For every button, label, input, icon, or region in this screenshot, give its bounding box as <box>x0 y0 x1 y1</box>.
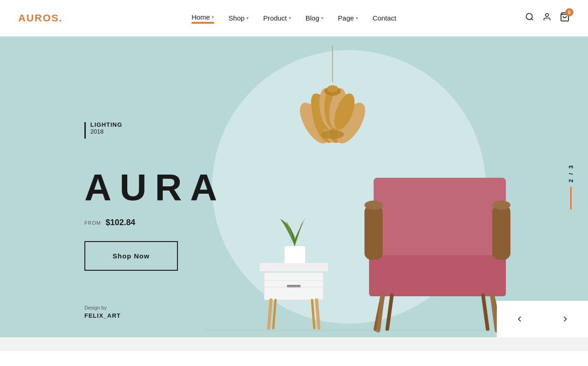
svg-line-1 <box>531 19 533 21</box>
svg-point-33 <box>364 201 383 210</box>
slide-counter: 2 / 3 <box>567 164 574 210</box>
svg-rect-30 <box>369 255 506 296</box>
chevron-down-icon: ▾ <box>321 15 323 21</box>
logo[interactable]: AUROS. <box>18 12 63 24</box>
nav-item-shop[interactable]: Shop ▾ <box>229 14 249 22</box>
hero-bottom: Design by FELIX_ART <box>84 305 121 319</box>
svg-point-18 <box>321 130 344 139</box>
counter-bar <box>570 187 572 210</box>
svg-point-34 <box>492 201 510 210</box>
search-icon[interactable] <box>525 12 534 24</box>
hero-price: $102.84 <box>105 218 135 227</box>
chevron-down-icon: ▾ <box>289 15 291 21</box>
navbar: AUROS. Home ▾ Shop ▾ Product ▾ Blog ▾ <box>0 0 588 36</box>
svg-line-40 <box>492 295 497 330</box>
svg-rect-19 <box>285 246 305 263</box>
cart-icon[interactable]: 0 <box>560 12 570 24</box>
svg-line-26 <box>317 300 319 328</box>
from-label: FROM <box>84 220 101 226</box>
svg-line-39 <box>378 295 383 330</box>
slide-current: 2 / 3 <box>567 164 574 182</box>
svg-line-37 <box>387 295 392 329</box>
svg-rect-31 <box>364 205 383 260</box>
category-bar <box>84 122 86 139</box>
nav-icons: 0 <box>525 12 570 24</box>
chevron-down-icon: ▾ <box>212 15 214 20</box>
logo-text: AUROS <box>18 12 59 24</box>
chevron-down-icon: ▾ <box>356 15 358 21</box>
hero-category: LIGHTING 2018 <box>84 121 225 139</box>
nav-item-contact[interactable]: Contact <box>373 14 396 22</box>
active-indicator <box>192 23 214 24</box>
bottom-strip-right <box>294 337 588 351</box>
furniture-svg <box>205 46 552 337</box>
design-by-label: Design by <box>84 305 121 310</box>
designer-name: FELIX_ART <box>84 312 121 319</box>
shop-now-button[interactable]: Shop Now <box>84 241 178 271</box>
hero-title: AURA <box>84 166 225 209</box>
svg-rect-20 <box>260 263 328 271</box>
nav-item-product[interactable]: Product ▾ <box>263 14 291 22</box>
nav-links: Home ▾ Shop ▾ Product ▾ Blog ▾ Pa <box>192 13 396 23</box>
nav-item-page[interactable]: Page ▾ <box>338 14 358 22</box>
svg-line-28 <box>312 300 314 328</box>
category-year: 2018 <box>90 128 122 135</box>
svg-line-25 <box>269 300 271 328</box>
nav-item-blog[interactable]: Blog ▾ <box>306 14 323 22</box>
hero-section: LIGHTING 2018 AURA FROM $102.84 Shop Now… <box>0 36 588 337</box>
next-arrow[interactable] <box>542 301 588 337</box>
bottom-strip-left <box>0 337 294 351</box>
furniture-scene <box>205 46 552 337</box>
chevron-down-icon: ▾ <box>246 15 249 21</box>
account-icon[interactable] <box>542 12 552 24</box>
svg-rect-32 <box>492 205 510 260</box>
bottom-strip <box>0 337 588 351</box>
svg-point-0 <box>526 14 532 20</box>
svg-point-17 <box>327 85 338 93</box>
logo-dot: . <box>59 12 62 24</box>
hero-price-row: FROM $102.84 <box>84 218 225 227</box>
slider-arrows <box>497 301 588 337</box>
svg-point-2 <box>546 14 549 17</box>
cart-count: 0 <box>565 8 573 16</box>
svg-line-27 <box>273 300 276 328</box>
hero-content: LIGHTING 2018 AURA FROM $102.84 Shop Now <box>0 103 225 271</box>
svg-line-38 <box>483 295 488 329</box>
category-text: LIGHTING 2018 <box>90 121 122 135</box>
category-name: LIGHTING <box>90 121 122 128</box>
nav-item-home[interactable]: Home ▾ <box>192 13 214 23</box>
prev-arrow[interactable] <box>497 301 542 337</box>
